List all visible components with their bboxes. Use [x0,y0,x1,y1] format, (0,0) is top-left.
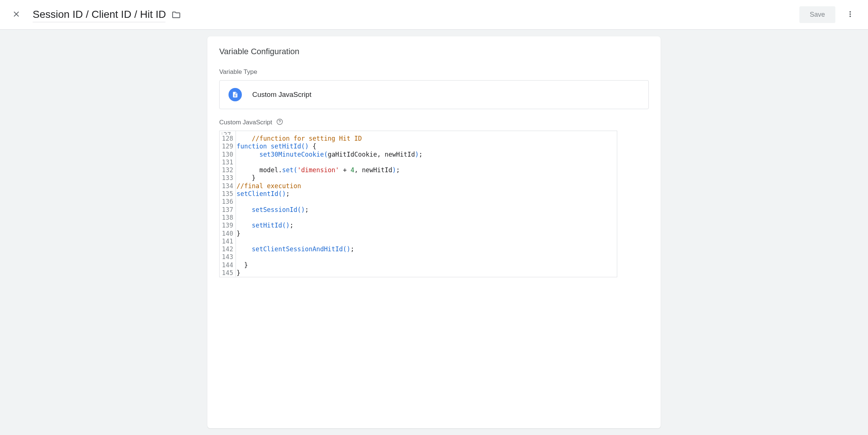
variable-config-card: Variable Configuration Variable Type Cus… [207,36,661,428]
variable-name-input[interactable] [33,7,165,22]
content-area: Variable Configuration Variable Type Cus… [0,30,868,435]
code-editor[interactable]: 1271281291301311321331341351361371381391… [219,131,617,277]
variable-type-selector[interactable]: Custom JavaScript [219,80,649,109]
variable-type-name: Custom JavaScript [252,91,311,99]
document-icon [228,88,242,101]
close-button[interactable] [9,7,24,23]
variable-type-label: Variable Type [219,68,649,76]
close-icon [12,10,21,20]
help-icon[interactable] [276,118,283,127]
svg-point-1 [279,123,280,124]
section-title: Variable Configuration [219,47,649,56]
editor-label-row: Custom JavaScript [219,118,649,127]
folder-icon[interactable] [171,10,181,20]
more-menu-button[interactable] [841,5,859,24]
save-button[interactable]: Save [799,6,835,23]
code-body[interactable]: //function for setting Hit IDfunction se… [236,131,617,277]
more-vert-icon [846,10,855,20]
code-gutter: 1271281291301311321331341351361371381391… [220,131,236,277]
editor-label: Custom JavaScript [219,119,272,126]
header-bar: Save [0,0,868,30]
